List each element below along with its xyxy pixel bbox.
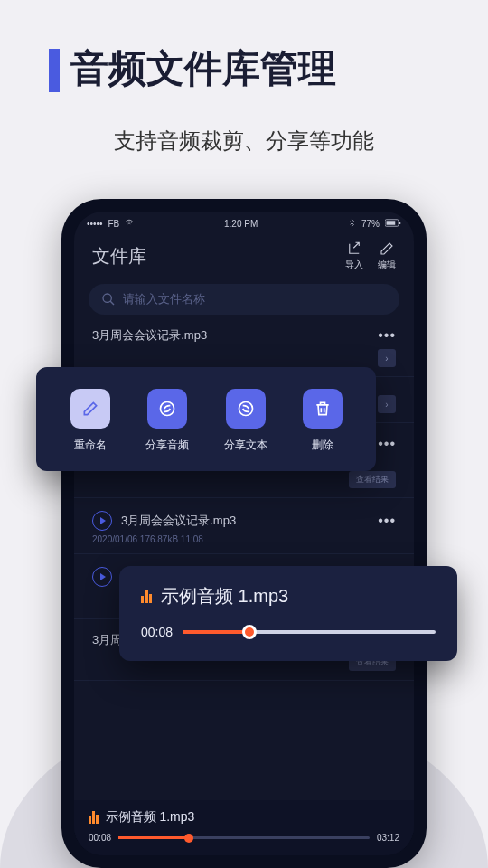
progress-fill bbox=[118, 836, 189, 839]
search-icon bbox=[101, 292, 116, 307]
signal-dots-icon: ••••• bbox=[87, 219, 103, 229]
page-title: 文件库 bbox=[92, 244, 146, 269]
rename-action[interactable]: 重命名 bbox=[70, 389, 110, 453]
progress-knob[interactable] bbox=[184, 834, 193, 843]
carrier-label: FB bbox=[108, 219, 120, 229]
search-placeholder: 请输入文件名称 bbox=[123, 291, 205, 307]
more-icon[interactable]: ••• bbox=[378, 513, 396, 529]
import-label: 导入 bbox=[345, 259, 363, 271]
player-card-elapsed: 00:08 bbox=[141, 625, 173, 639]
share-text-action[interactable]: 分享文本 bbox=[224, 389, 267, 453]
player-card-fill bbox=[183, 630, 249, 634]
statusbar-time: 1:20 PM bbox=[224, 219, 258, 229]
share-audio-icon bbox=[158, 400, 176, 418]
view-result-button[interactable]: 查看结果 bbox=[349, 471, 396, 488]
progress-track[interactable] bbox=[118, 836, 370, 839]
share-text-label: 分享文本 bbox=[224, 438, 267, 453]
delete-action[interactable]: 删除 bbox=[303, 389, 343, 453]
battery-icon bbox=[385, 219, 401, 229]
expand-button[interactable]: › bbox=[378, 349, 396, 367]
rename-label: 重命名 bbox=[74, 438, 107, 453]
more-icon[interactable]: ••• bbox=[378, 436, 396, 452]
share-text-icon bbox=[237, 400, 255, 418]
item-filename: 3月周会会议记录.mp3 bbox=[92, 327, 369, 344]
svg-point-3 bbox=[103, 294, 111, 302]
search-input[interactable]: 请输入文件名称 bbox=[89, 284, 399, 315]
hero-accent-bar bbox=[49, 49, 60, 92]
player-card: 示例音频 1.mp3 00:08 bbox=[119, 566, 457, 661]
now-playing-title: 示例音频 1.mp3 bbox=[106, 809, 195, 826]
svg-point-4 bbox=[160, 402, 174, 416]
item-metadata: 2020/01/06 176.87kB 11:08 bbox=[92, 534, 396, 544]
player-card-track[interactable] bbox=[183, 630, 436, 634]
action-sheet: 重命名 分享音频 分享文本 删除 bbox=[36, 367, 376, 471]
hero-title: 音频文件库管理 bbox=[70, 43, 336, 94]
play-icon[interactable] bbox=[92, 567, 112, 587]
equalizer-icon bbox=[141, 590, 152, 603]
status-bar: ••••• FB 1:20 PM 77% bbox=[74, 212, 414, 231]
total-time: 03:12 bbox=[377, 833, 399, 843]
equalizer-icon bbox=[89, 811, 99, 824]
expand-button[interactable]: › bbox=[378, 395, 396, 413]
edit-label: 编辑 bbox=[378, 259, 396, 271]
list-item[interactable]: 3月周会会议记录.mp3 ••• 2020/01/06 176.87kB 11:… bbox=[74, 498, 414, 554]
hero-subtitle: 支持音频裁剪、分享等功能 bbox=[0, 127, 488, 156]
edit-button[interactable]: 编辑 bbox=[378, 241, 396, 271]
delete-label: 删除 bbox=[312, 438, 333, 453]
pencil-icon bbox=[81, 400, 99, 418]
battery-label: 77% bbox=[361, 219, 380, 229]
phone-screen: ••••• FB 1:20 PM 77% 文件库 bbox=[74, 212, 414, 855]
import-button[interactable]: 导入 bbox=[345, 241, 363, 271]
svg-point-5 bbox=[239, 402, 252, 416]
phone-frame: ••••• FB 1:20 PM 77% 文件库 bbox=[61, 199, 427, 868]
more-icon[interactable]: ••• bbox=[378, 327, 396, 344]
player-card-knob[interactable] bbox=[242, 625, 257, 639]
svg-rect-1 bbox=[387, 221, 396, 225]
play-icon[interactable] bbox=[92, 511, 112, 531]
app-bar: 文件库 导入 编辑 bbox=[74, 231, 414, 277]
elapsed-time: 00:08 bbox=[89, 833, 111, 843]
now-playing-bar[interactable]: 示例音频 1.mp3 00:08 03:12 bbox=[74, 800, 414, 855]
bluetooth-icon bbox=[348, 219, 356, 229]
item-filename: 3月周会会议记录.mp3 bbox=[121, 513, 369, 529]
svg-rect-2 bbox=[399, 222, 401, 224]
trash-icon bbox=[314, 400, 332, 418]
share-audio-action[interactable]: 分享音频 bbox=[145, 389, 189, 453]
wifi-icon bbox=[125, 218, 134, 229]
share-audio-label: 分享音频 bbox=[145, 438, 189, 453]
player-card-title: 示例音频 1.mp3 bbox=[161, 584, 288, 609]
